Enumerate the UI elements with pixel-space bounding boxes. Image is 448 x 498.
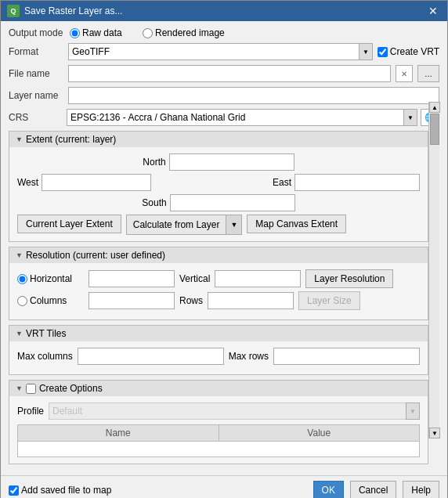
name-column-header: Name (18, 425, 219, 441)
horizontal-radio-label[interactable]: Horizontal (17, 273, 84, 284)
titlebar-left: Q Save Raster Layer as... (7, 5, 122, 17)
create-options-section-content: Profile Default ▼ Name Value (9, 396, 428, 464)
south-row: South 25677.118560844 (17, 194, 420, 211)
layername-input[interactable] (68, 87, 439, 104)
create-options-section-header[interactable]: ▼ Create Options (9, 381, 428, 396)
scroll-down-button[interactable]: ▼ (429, 428, 440, 438)
north-label: North (143, 157, 165, 168)
rendered-image-radio[interactable] (143, 28, 153, 38)
columns-input[interactable]: 119551 (89, 292, 175, 309)
crs-select[interactable]: EPSG:2136 - Accra / Ghana National Grid (67, 109, 417, 126)
create-options-label: Create Options (39, 383, 103, 394)
resolution-arrow-icon: ▼ (16, 251, 23, 259)
vrt-tiles-section-content: Max columns 1000 Max rows 1000 (9, 341, 428, 374)
south-input[interactable]: 25677.118560844 (170, 194, 295, 211)
create-options-arrow-icon: ▼ (16, 384, 23, 392)
cancel-button[interactable]: Cancel (350, 481, 396, 498)
filename-input[interactable]: H:\module9\ghana\vtr (68, 65, 391, 82)
raw-data-label: Raw data (82, 27, 122, 38)
east-group: East 2801583.616903901 (273, 174, 420, 191)
horizontal-row: Horizontal 30 Vertical 30 Layer Resoluti… (17, 269, 420, 288)
vrt-tiles-arrow-icon: ▼ (16, 330, 23, 337)
add-to-map-label[interactable]: Add saved file to map (9, 485, 111, 496)
current-layer-extent-button[interactable]: Current Layer Extent (17, 215, 121, 233)
horizontal-input[interactable]: 30 (89, 270, 175, 287)
create-options-table-header: Name Value (17, 424, 420, 442)
add-to-map-checkbox[interactable] (9, 485, 19, 496)
extent-section: ▼ Extent (current: layer) North 3940450.… (9, 131, 428, 242)
vertical-input[interactable]: 30 (215, 270, 301, 287)
horizontal-radio[interactable] (17, 274, 27, 284)
rendered-image-option[interactable]: Rendered image (143, 27, 225, 38)
vertical-label: Vertical (179, 273, 210, 284)
scroll-thumb[interactable] (430, 114, 439, 145)
scroll-up-button[interactable]: ▲ (429, 102, 440, 113)
output-mode-row: Output mode Raw data Rendered image (9, 27, 439, 38)
raw-data-option[interactable]: Raw data (70, 27, 136, 38)
create-options-header-content: Create Options (26, 383, 103, 394)
map-canvas-extent-button[interactable]: Map Canvas Extent (247, 215, 346, 233)
max-columns-input[interactable]: 1000 (78, 348, 224, 365)
clear-filename-button[interactable]: ✕ (396, 65, 413, 82)
west-label: West (17, 177, 38, 188)
browse-button[interactable]: … (417, 65, 439, 82)
rendered-image-label: Rendered image (155, 27, 225, 38)
north-input[interactable]: 3940450.451045449 (169, 153, 294, 171)
columns-label: Columns (30, 295, 67, 306)
scroll-track (429, 113, 439, 428)
window-title: Save Raster Layer as... (24, 5, 122, 16)
vrt-tiles-row: Max columns 1000 Max rows 1000 (17, 348, 420, 365)
main-scroll-area: ▼ Extent (current: layer) North 3940450.… (9, 131, 428, 464)
max-rows-input[interactable]: 1000 (273, 348, 420, 365)
extent-sides-row: West -784950.410566541 East 2801583.6169… (17, 174, 420, 191)
filename-row: File name H:\module9\ghana\vtr ✕ … (9, 65, 439, 82)
calculate-from-layer-dropdown[interactable]: Calculate from Layer ▼ (126, 215, 243, 235)
calculate-from-layer-button[interactable]: Calculate from Layer (127, 215, 226, 234)
raw-data-radio[interactable] (70, 28, 80, 38)
calculate-dropdown-arrow[interactable]: ▼ (226, 215, 241, 234)
extent-section-label: Extent (current: layer) (26, 134, 116, 145)
close-button[interactable]: ✕ (425, 5, 441, 17)
resolution-section-header[interactable]: ▼ Resolution (current: user defined) (9, 247, 428, 263)
west-input[interactable]: -784950.410566541 (42, 174, 151, 191)
west-group: West -784950.410566541 (17, 174, 151, 191)
ok-button[interactable]: OK (313, 481, 344, 498)
layername-label: Layer name (9, 90, 63, 101)
crs-row: CRS EPSG:2136 - Accra / Ghana National G… (9, 109, 439, 126)
dialog-footer: Add saved file to map OK Cancel Help (1, 475, 447, 498)
create-vrt-checkbox[interactable] (378, 47, 388, 57)
resolution-section-label: Resolution (current: user defined) (26, 250, 165, 261)
north-row: North 3940450.451045449 (17, 153, 420, 171)
layer-size-button: Layer Size (298, 291, 360, 310)
vrt-tiles-section-header[interactable]: ▼ VRT Tiles (9, 326, 428, 341)
add-to-map-text: Add saved file to map (21, 485, 111, 496)
profile-combo-wrapper: Default ▼ (49, 402, 420, 420)
profile-label: Profile (17, 406, 44, 417)
layer-resolution-button[interactable]: Layer Resolution (305, 269, 393, 288)
value-column-header: Value (219, 425, 420, 441)
create-options-table-body (17, 442, 420, 457)
max-rows-label: Max rows (229, 351, 269, 362)
create-vrt-text: Create VRT (390, 46, 439, 57)
crs-combo-wrapper: EPSG:2136 - Accra / Ghana National Grid … (67, 109, 417, 126)
output-mode-label: Output mode (9, 27, 63, 38)
vrt-tiles-section-label: VRT Tiles (26, 328, 67, 339)
rows-label: Rows (179, 295, 203, 306)
dialog-content: Output mode Raw data Rendered image Form… (1, 21, 447, 475)
horizontal-label: Horizontal (30, 273, 72, 284)
rows-input[interactable]: 130492 (208, 292, 294, 309)
extent-section-header[interactable]: ▼ Extent (current: layer) (9, 132, 428, 147)
profile-select[interactable]: Default (49, 402, 420, 420)
create-vrt-label[interactable]: Create VRT (378, 46, 439, 57)
create-options-checkbox[interactable] (26, 384, 36, 394)
south-label: South (142, 197, 166, 208)
extent-buttons: Current Layer Extent Calculate from Laye… (17, 215, 420, 235)
east-input[interactable]: 2801583.616903901 (294, 174, 420, 191)
help-button[interactable]: Help (403, 481, 439, 498)
vertical-scrollbar[interactable]: ▲ ▼ (428, 102, 439, 438)
columns-radio-label[interactable]: Columns (17, 295, 84, 306)
format-row: Format GeoTIFF ▼ Create VRT (9, 43, 439, 60)
layername-row: Layer name (9, 87, 439, 104)
format-select[interactable]: GeoTIFF (68, 43, 373, 60)
columns-radio[interactable] (17, 296, 27, 306)
